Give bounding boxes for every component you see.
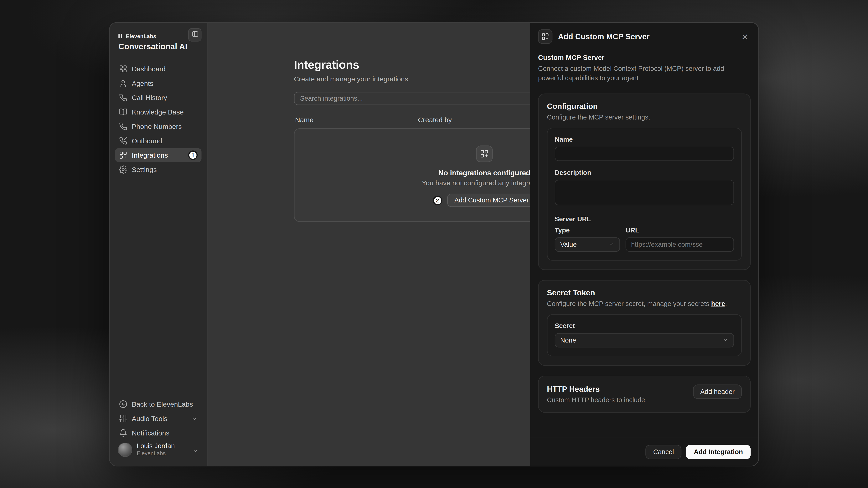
http-headers-card: HTTP Headers Custom HTTP headers to incl… — [538, 376, 751, 413]
add-integration-button[interactable]: Add Integration — [686, 445, 750, 459]
server-url-label: Server URL — [555, 215, 734, 223]
mcp-server-icon — [538, 29, 553, 44]
secret-token-description: Configure the MCP server secret, manage … — [547, 300, 742, 307]
section-title: Custom MCP Server — [538, 54, 751, 61]
app-window: ElevenLabs Conversational AI Dashboard — [109, 22, 759, 466]
book-icon — [119, 108, 127, 116]
sidebar-item-agents[interactable]: Agents — [115, 76, 202, 90]
type-select-value: Value — [560, 240, 577, 248]
empty-cta-row: 2 Add Custom MCP Server — [433, 194, 536, 207]
secret-fieldset: Secret None — [547, 314, 742, 356]
chevron-down-icon — [191, 415, 198, 422]
user-meta: Louis Jordan ElevenLabs — [137, 443, 188, 457]
chevron-down-icon — [192, 447, 199, 453]
empty-state-subtitle: You have not configured any integrations — [422, 180, 547, 187]
url-column: URL — [626, 226, 734, 252]
sidebar-footer: Back to ElevenLabs Audio Tools Notifica — [115, 397, 202, 459]
desktop-background: ElevenLabs Conversational AI Dashboard — [0, 0, 868, 488]
sidebar-item-knowledge-base[interactable]: Knowledge Base — [115, 105, 202, 119]
type-column: Type Value — [555, 226, 620, 252]
add-custom-mcp-server-button[interactable]: Add Custom MCP Server — [447, 194, 536, 207]
integrations-empty-icon — [476, 145, 493, 162]
http-headers-title: HTTP Headers — [547, 384, 647, 393]
arrow-left-circle-icon — [119, 400, 127, 408]
configuration-description: Configure the MCP server settings. — [547, 113, 742, 121]
name-field[interactable] — [555, 147, 734, 161]
back-label: Back to ElevenLabs — [132, 400, 197, 408]
column-name: Name — [295, 116, 418, 124]
sidebar-item-label: Integrations — [132, 151, 184, 159]
secret-select-value: None — [560, 336, 576, 344]
elevenlabs-logo-mark-icon — [118, 34, 122, 38]
configuration-fieldset: Name Description Server URL Type Value — [547, 128, 742, 260]
url-field[interactable] — [626, 237, 734, 252]
chevron-down-icon — [609, 241, 615, 248]
secret-label: Secret — [555, 322, 734, 330]
add-header-button[interactable]: Add header — [693, 384, 742, 399]
sidebar-item-phone-numbers[interactable]: Phone Numbers — [115, 120, 202, 133]
step-badge-1: 1 — [188, 151, 198, 160]
drawer-header: Add Custom MCP Server ✕ — [530, 23, 758, 51]
phone-icon — [119, 122, 127, 130]
secret-desc-period: . — [725, 300, 727, 307]
collapse-sidebar-button[interactable] — [188, 28, 202, 41]
section-description: Connect a custom Model Context Protocol … — [538, 64, 751, 84]
secret-select[interactable]: None — [555, 333, 734, 347]
configuration-title: Configuration — [547, 102, 742, 110]
http-headers-description: Custom HTTP headers to include. — [547, 396, 647, 404]
http-headers-text: HTTP Headers Custom HTTP headers to incl… — [547, 384, 647, 404]
secret-desc-text: Configure the MCP server secret, manage … — [547, 300, 711, 307]
user-org: ElevenLabs — [137, 451, 188, 457]
user-icon — [119, 79, 127, 87]
secret-token-card: Secret Token Configure the MCP server se… — [538, 280, 751, 366]
notifications-button[interactable]: Notifications — [115, 426, 202, 440]
bell-icon — [119, 429, 127, 437]
add-mcp-server-drawer: Add Custom MCP Server ✕ Custom MCP Serve… — [530, 23, 758, 466]
main-area: Integrations Create and manage your inte… — [208, 23, 758, 466]
sidebar-item-dashboard[interactable]: Dashboard — [115, 62, 202, 76]
drawer-body: Custom MCP Server Connect a custom Model… — [530, 51, 758, 438]
sidebar-item-label: Outbound — [132, 137, 197, 145]
sidebar-item-call-history[interactable]: Call History — [115, 91, 202, 105]
app-title: Conversational AI — [118, 42, 198, 51]
sidebar-item-integrations[interactable]: Integrations 1 — [115, 149, 202, 162]
sidebar: ElevenLabs Conversational AI Dashboard — [110, 23, 208, 466]
integrations-icon — [119, 151, 127, 159]
description-field[interactable] — [555, 180, 734, 205]
avatar — [118, 443, 132, 457]
drawer-title: Add Custom MCP Server — [558, 32, 734, 41]
sidebar-item-label: Knowledge Base — [132, 108, 197, 116]
panel-icon — [191, 30, 198, 40]
dashboard-icon — [119, 65, 127, 73]
configuration-card: Configuration Configure the MCP server s… — [538, 93, 751, 270]
manage-secrets-link[interactable]: here — [711, 300, 725, 307]
sidebar-item-outbound[interactable]: Outbound — [115, 134, 202, 148]
step-badge-2: 2 — [433, 196, 442, 205]
sidebar-item-settings[interactable]: Settings — [115, 163, 202, 176]
logo-text: ElevenLabs — [126, 33, 156, 39]
type-label: Type — [555, 226, 620, 234]
server-url-row: Type Value URL — [555, 226, 734, 252]
sidebar-item-label: Dashboard — [132, 65, 197, 73]
type-select[interactable]: Value — [555, 237, 620, 252]
phone-outgoing-icon — [119, 137, 127, 145]
cancel-button[interactable]: Cancel — [645, 445, 682, 459]
sidebar-nav: Dashboard Agents Call History — [115, 62, 202, 176]
notifications-label: Notifications — [132, 429, 197, 437]
user-name: Louis Jordan — [137, 443, 188, 451]
empty-state-title: No integrations configured — [438, 169, 530, 177]
close-icon[interactable]: ✕ — [739, 30, 750, 43]
description-label: Description — [555, 169, 734, 176]
sidebar-item-label: Phone Numbers — [132, 123, 197, 130]
user-menu[interactable]: Louis Jordan ElevenLabs — [115, 441, 202, 459]
sidebar-item-label: Call History — [132, 94, 197, 101]
drawer-footer: Cancel Add Integration — [530, 437, 758, 466]
back-to-elevenlabs-button[interactable]: Back to ElevenLabs — [115, 397, 202, 411]
audio-tools-label: Audio Tools — [132, 415, 187, 422]
elevenlabs-logo: ElevenLabs — [118, 30, 198, 40]
name-label: Name — [555, 135, 734, 143]
url-label: URL — [626, 226, 734, 234]
sliders-icon — [119, 414, 127, 423]
sidebar-item-label: Settings — [132, 166, 197, 173]
audio-tools-button[interactable]: Audio Tools — [115, 412, 202, 425]
